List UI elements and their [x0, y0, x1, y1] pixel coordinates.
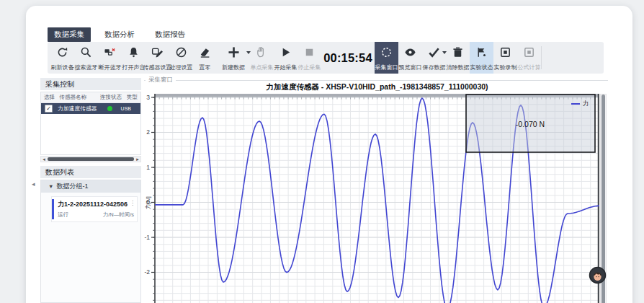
connection-status-dot	[107, 106, 112, 111]
search-icon	[79, 45, 93, 59]
assistant-avatar-button[interactable]	[589, 266, 607, 284]
stop-capture-button: 停止采集	[298, 42, 321, 74]
refresh-icon	[55, 45, 69, 59]
app-window: 数据采集数据分析数据报告 刷新设备搜索蓝牙断开蓝牙打开声音传感器设置处理设置置零…	[26, 6, 632, 303]
set-zero-button[interactable]: 置零	[193, 42, 217, 74]
chart-title: 力加速度传感器 - XHSP-V10HID_path_-1981348857_1…	[155, 82, 599, 92]
save-data-button[interactable]: 保存数据	[422, 42, 446, 74]
avatar-icon	[589, 266, 607, 284]
svg-text:-1: -1	[144, 234, 150, 241]
data-list-item[interactable]: 力1-2-20251112-042506 运行 力/N—时间/s ⋮	[51, 196, 138, 222]
trash-icon	[451, 45, 465, 59]
data-list-tree: ▼ 数据分组-1 力1-2-20251112-042506 运行 力/N—时间/…	[40, 180, 141, 303]
chart-legend: 力	[571, 100, 589, 108]
eye-icon	[403, 45, 417, 59]
scroll-left-arrow-icon[interactable]: ◂	[41, 157, 47, 162]
tab-data-analysis[interactable]: 数据分析	[98, 27, 141, 42]
data-group-label: 数据分组-1	[56, 182, 88, 191]
data-list-title: 数据列表	[45, 168, 74, 176]
data-item-title: 力1-2-20251112-042506	[58, 200, 134, 209]
chevron-down-icon[interactable]: ▼	[48, 183, 53, 190]
column-header: 连接状态	[100, 94, 127, 101]
column-header: 传感器名称	[59, 94, 99, 101]
svg-text:0: 0	[146, 198, 150, 206]
sensor-checkbox[interactable]: ✓	[45, 105, 53, 113]
legend-line-swatch	[571, 103, 580, 105]
sensor-type: USB	[121, 106, 131, 111]
svg-text:1: 1	[146, 164, 150, 171]
disconnect-bluetooth-button[interactable]: 断开蓝牙	[98, 42, 122, 74]
bell-icon	[127, 45, 140, 59]
sensor-settings-button[interactable]: 传感器设置	[146, 42, 169, 74]
main-toolbar: 刷新设备搜索蓝牙断开蓝牙打开声音传感器设置处理设置置零新建数据单点采集开始采集停…	[48, 42, 604, 74]
plus-icon	[227, 45, 241, 59]
sensor-table: 选择传感器名称连接状态类型 ✓ 力加速度传感器 USB	[40, 92, 141, 155]
eraser-icon	[198, 45, 212, 59]
svg-text:3: 3	[146, 94, 150, 101]
process-settings-button[interactable]: 处理设置	[169, 42, 193, 74]
desktop-background: 数据采集数据分析数据报告 刷新设备搜索蓝牙断开蓝牙打开声音传感器设置处理设置置零…	[0, 0, 644, 303]
hscrollbar-thumb[interactable]	[48, 157, 134, 161]
record-icon	[498, 45, 512, 59]
record-icon	[522, 45, 536, 59]
sensor-name: 力加速度传感器	[58, 105, 97, 113]
gauge-icon	[174, 45, 188, 59]
dashed-circle-icon	[380, 45, 393, 59]
data-item-axes: 力/N—时间/s	[103, 211, 134, 219]
clear-data-button[interactable]: 清除数据	[446, 42, 470, 74]
data-item-status: 运行	[58, 211, 68, 219]
capture-control-header: 采集控制	[40, 78, 141, 90]
experiment-status-button[interactable]: 实验状态	[470, 42, 493, 74]
tab-data-capture[interactable]: 数据采集	[48, 27, 91, 42]
sensor-table-hscrollbar[interactable]: ◂ ▸	[40, 156, 141, 162]
flag-icon	[475, 45, 488, 59]
hand-icon	[255, 45, 269, 59]
start-capture-button[interactable]: 开始采集	[274, 42, 298, 74]
tab-data-report[interactable]: 数据报告	[148, 27, 192, 42]
data-group-row[interactable]: ▼ 数据分组-1	[41, 180, 140, 193]
measurement-annotation: -0.070 N	[501, 120, 559, 128]
item-accent-bar	[52, 199, 54, 219]
column-header: 类型	[127, 94, 140, 101]
stop-icon	[303, 45, 316, 59]
svg-text:2: 2	[146, 128, 150, 136]
new-data-button[interactable]: 新建数据	[217, 42, 250, 74]
toolbar-divider	[541, 46, 542, 69]
open-sound-button[interactable]: 打开声音	[122, 42, 146, 74]
column-header: 选择	[41, 94, 59, 101]
item-menu-icon[interactable]: ⋮	[130, 200, 135, 206]
svg-text:-2: -2	[144, 268, 150, 276]
play-icon	[279, 45, 292, 59]
data-list-header: 数据列表	[40, 166, 141, 178]
groupbox-border	[144, 80, 608, 81]
formula-calc-button: 公式计算	[517, 42, 541, 74]
refresh-device-button[interactable]: 刷新设备	[50, 42, 74, 74]
main-tab-bar: 数据采集数据分析数据报告	[48, 27, 192, 42]
sensor-row[interactable]: ✓ 力加速度传感器 USB	[41, 103, 140, 114]
capture-window-button[interactable]: 采集窗口	[375, 42, 398, 74]
bt-disconnect-icon	[103, 45, 117, 59]
single-point-capture-button: 单点采集	[250, 42, 274, 74]
capture-control-title: 采集控制	[45, 80, 74, 88]
sensor-table-header: 选择传感器名称连接状态类型	[41, 92, 140, 103]
collapse-panel-arrow-icon[interactable]: ◂	[32, 180, 35, 188]
search-bluetooth-button[interactable]: 搜索蓝牙	[74, 42, 98, 74]
scroll-right-arrow-icon[interactable]: ▸	[135, 157, 140, 162]
elapsed-timer: 00:15:54	[325, 42, 371, 74]
preview-window-button[interactable]: 预览窗口	[398, 42, 422, 74]
legend-series-label: 力	[583, 100, 589, 108]
experiment-record-button[interactable]: 实验录制	[493, 42, 517, 74]
check-icon	[427, 45, 441, 59]
sensor-edit-icon	[151, 45, 164, 59]
